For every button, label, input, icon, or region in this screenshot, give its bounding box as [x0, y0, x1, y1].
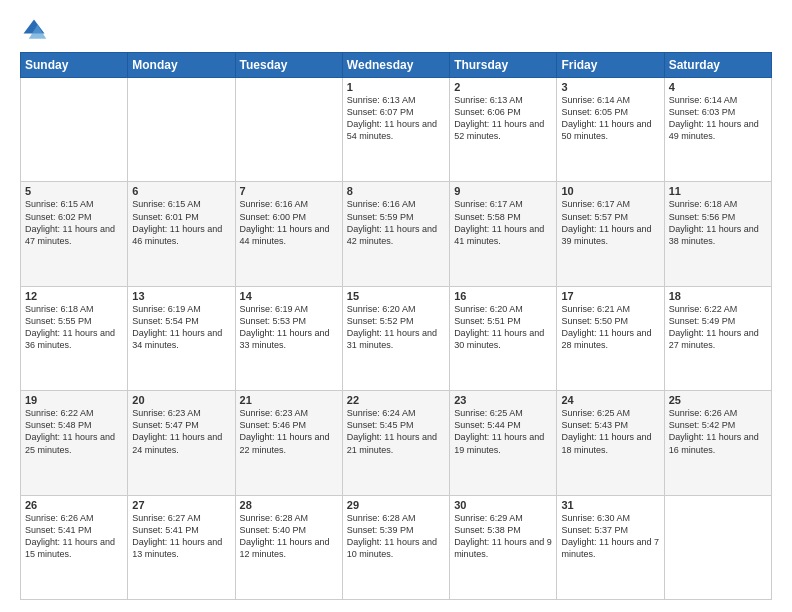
day-number: 22: [347, 394, 445, 406]
day-info: Sunrise: 6:17 AMSunset: 5:57 PMDaylight:…: [561, 198, 659, 247]
day-number: 29: [347, 499, 445, 511]
day-info: Sunrise: 6:14 AMSunset: 6:03 PMDaylight:…: [669, 94, 767, 143]
day-number: 19: [25, 394, 123, 406]
day-info: Sunrise: 6:13 AMSunset: 6:06 PMDaylight:…: [454, 94, 552, 143]
week-row-1: 1Sunrise: 6:13 AMSunset: 6:07 PMDaylight…: [21, 78, 772, 182]
day-number: 17: [561, 290, 659, 302]
day-cell: 17Sunrise: 6:21 AMSunset: 5:50 PMDayligh…: [557, 286, 664, 390]
day-info: Sunrise: 6:15 AMSunset: 6:02 PMDaylight:…: [25, 198, 123, 247]
day-info: Sunrise: 6:16 AMSunset: 5:59 PMDaylight:…: [347, 198, 445, 247]
day-cell: 9Sunrise: 6:17 AMSunset: 5:58 PMDaylight…: [450, 182, 557, 286]
day-cell: 31Sunrise: 6:30 AMSunset: 5:37 PMDayligh…: [557, 495, 664, 599]
day-info: Sunrise: 6:25 AMSunset: 5:44 PMDaylight:…: [454, 407, 552, 456]
day-info: Sunrise: 6:15 AMSunset: 6:01 PMDaylight:…: [132, 198, 230, 247]
day-info: Sunrise: 6:18 AMSunset: 5:55 PMDaylight:…: [25, 303, 123, 352]
day-cell: 6Sunrise: 6:15 AMSunset: 6:01 PMDaylight…: [128, 182, 235, 286]
day-number: 1: [347, 81, 445, 93]
day-info: Sunrise: 6:30 AMSunset: 5:37 PMDaylight:…: [561, 512, 659, 561]
day-cell: [21, 78, 128, 182]
day-number: 7: [240, 185, 338, 197]
col-header-sunday: Sunday: [21, 53, 128, 78]
day-info: Sunrise: 6:19 AMSunset: 5:53 PMDaylight:…: [240, 303, 338, 352]
day-number: 25: [669, 394, 767, 406]
col-header-thursday: Thursday: [450, 53, 557, 78]
day-cell: 2Sunrise: 6:13 AMSunset: 6:06 PMDaylight…: [450, 78, 557, 182]
day-cell: 22Sunrise: 6:24 AMSunset: 5:45 PMDayligh…: [342, 391, 449, 495]
day-number: 31: [561, 499, 659, 511]
day-info: Sunrise: 6:22 AMSunset: 5:49 PMDaylight:…: [669, 303, 767, 352]
day-number: 20: [132, 394, 230, 406]
day-info: Sunrise: 6:27 AMSunset: 5:41 PMDaylight:…: [132, 512, 230, 561]
col-header-tuesday: Tuesday: [235, 53, 342, 78]
day-info: Sunrise: 6:25 AMSunset: 5:43 PMDaylight:…: [561, 407, 659, 456]
day-info: Sunrise: 6:28 AMSunset: 5:40 PMDaylight:…: [240, 512, 338, 561]
col-header-saturday: Saturday: [664, 53, 771, 78]
day-cell: 10Sunrise: 6:17 AMSunset: 5:57 PMDayligh…: [557, 182, 664, 286]
day-number: 6: [132, 185, 230, 197]
day-cell: 19Sunrise: 6:22 AMSunset: 5:48 PMDayligh…: [21, 391, 128, 495]
day-cell: 13Sunrise: 6:19 AMSunset: 5:54 PMDayligh…: [128, 286, 235, 390]
day-cell: 8Sunrise: 6:16 AMSunset: 5:59 PMDaylight…: [342, 182, 449, 286]
day-cell: [235, 78, 342, 182]
week-row-5: 26Sunrise: 6:26 AMSunset: 5:41 PMDayligh…: [21, 495, 772, 599]
day-cell: 21Sunrise: 6:23 AMSunset: 5:46 PMDayligh…: [235, 391, 342, 495]
day-info: Sunrise: 6:26 AMSunset: 5:42 PMDaylight:…: [669, 407, 767, 456]
day-info: Sunrise: 6:23 AMSunset: 5:47 PMDaylight:…: [132, 407, 230, 456]
day-number: 10: [561, 185, 659, 197]
day-cell: 11Sunrise: 6:18 AMSunset: 5:56 PMDayligh…: [664, 182, 771, 286]
calendar-header-row: SundayMondayTuesdayWednesdayThursdayFrid…: [21, 53, 772, 78]
day-cell: 23Sunrise: 6:25 AMSunset: 5:44 PMDayligh…: [450, 391, 557, 495]
day-cell: [664, 495, 771, 599]
day-number: 26: [25, 499, 123, 511]
day-cell: 3Sunrise: 6:14 AMSunset: 6:05 PMDaylight…: [557, 78, 664, 182]
day-number: 2: [454, 81, 552, 93]
day-info: Sunrise: 6:19 AMSunset: 5:54 PMDaylight:…: [132, 303, 230, 352]
day-number: 15: [347, 290, 445, 302]
calendar-table: SundayMondayTuesdayWednesdayThursdayFrid…: [20, 52, 772, 600]
logo-icon: [20, 16, 48, 44]
day-cell: 26Sunrise: 6:26 AMSunset: 5:41 PMDayligh…: [21, 495, 128, 599]
week-row-4: 19Sunrise: 6:22 AMSunset: 5:48 PMDayligh…: [21, 391, 772, 495]
col-header-friday: Friday: [557, 53, 664, 78]
day-info: Sunrise: 6:23 AMSunset: 5:46 PMDaylight:…: [240, 407, 338, 456]
day-info: Sunrise: 6:16 AMSunset: 6:00 PMDaylight:…: [240, 198, 338, 247]
col-header-monday: Monday: [128, 53, 235, 78]
day-cell: 25Sunrise: 6:26 AMSunset: 5:42 PMDayligh…: [664, 391, 771, 495]
day-info: Sunrise: 6:13 AMSunset: 6:07 PMDaylight:…: [347, 94, 445, 143]
day-number: 14: [240, 290, 338, 302]
day-cell: 15Sunrise: 6:20 AMSunset: 5:52 PMDayligh…: [342, 286, 449, 390]
header: [20, 16, 772, 44]
day-info: Sunrise: 6:21 AMSunset: 5:50 PMDaylight:…: [561, 303, 659, 352]
day-info: Sunrise: 6:18 AMSunset: 5:56 PMDaylight:…: [669, 198, 767, 247]
col-header-wednesday: Wednesday: [342, 53, 449, 78]
day-cell: 4Sunrise: 6:14 AMSunset: 6:03 PMDaylight…: [664, 78, 771, 182]
day-cell: 30Sunrise: 6:29 AMSunset: 5:38 PMDayligh…: [450, 495, 557, 599]
day-info: Sunrise: 6:28 AMSunset: 5:39 PMDaylight:…: [347, 512, 445, 561]
day-number: 18: [669, 290, 767, 302]
day-number: 28: [240, 499, 338, 511]
day-cell: 28Sunrise: 6:28 AMSunset: 5:40 PMDayligh…: [235, 495, 342, 599]
day-number: 11: [669, 185, 767, 197]
day-number: 3: [561, 81, 659, 93]
day-info: Sunrise: 6:17 AMSunset: 5:58 PMDaylight:…: [454, 198, 552, 247]
day-cell: [128, 78, 235, 182]
day-number: 23: [454, 394, 552, 406]
day-cell: 16Sunrise: 6:20 AMSunset: 5:51 PMDayligh…: [450, 286, 557, 390]
day-number: 4: [669, 81, 767, 93]
day-info: Sunrise: 6:14 AMSunset: 6:05 PMDaylight:…: [561, 94, 659, 143]
day-info: Sunrise: 6:24 AMSunset: 5:45 PMDaylight:…: [347, 407, 445, 456]
day-number: 30: [454, 499, 552, 511]
day-number: 13: [132, 290, 230, 302]
day-info: Sunrise: 6:22 AMSunset: 5:48 PMDaylight:…: [25, 407, 123, 456]
week-row-2: 5Sunrise: 6:15 AMSunset: 6:02 PMDaylight…: [21, 182, 772, 286]
day-number: 16: [454, 290, 552, 302]
day-number: 21: [240, 394, 338, 406]
day-cell: 14Sunrise: 6:19 AMSunset: 5:53 PMDayligh…: [235, 286, 342, 390]
day-number: 27: [132, 499, 230, 511]
day-number: 24: [561, 394, 659, 406]
day-cell: 12Sunrise: 6:18 AMSunset: 5:55 PMDayligh…: [21, 286, 128, 390]
page: SundayMondayTuesdayWednesdayThursdayFrid…: [0, 0, 792, 612]
day-info: Sunrise: 6:20 AMSunset: 5:51 PMDaylight:…: [454, 303, 552, 352]
day-cell: 27Sunrise: 6:27 AMSunset: 5:41 PMDayligh…: [128, 495, 235, 599]
day-cell: 20Sunrise: 6:23 AMSunset: 5:47 PMDayligh…: [128, 391, 235, 495]
